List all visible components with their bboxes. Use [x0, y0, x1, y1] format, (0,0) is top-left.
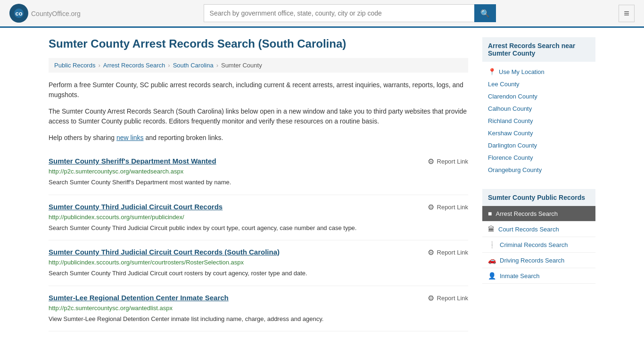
search-bar-area: 🔍 [204, 4, 496, 22]
arrest-records-icon: ■ [488, 210, 492, 217]
county-link[interactable]: Kershaw County [488, 130, 533, 137]
report-link[interactable]: ⚙ Report Link [428, 203, 468, 212]
list-item[interactable]: Florence County [482, 151, 595, 164]
desc3-post: and reporting broken links. [144, 134, 223, 141]
page-title: Sumter County Arrest Records Search (Sou… [49, 37, 468, 50]
logo-suffix: .org [69, 10, 81, 17]
sidebar-nearby-title: Arrest Records Search near Sumter County [482, 37, 595, 62]
result-title-row: Sumter County Third Judicial Circuit Cou… [49, 203, 468, 212]
report-label: Report Link [437, 158, 468, 165]
arrest-records-link[interactable]: Arrest Records Search [495, 210, 558, 217]
report-icon: ⚙ [428, 203, 434, 212]
logo-text: CountyOffice.org [31, 8, 81, 18]
report-link[interactable]: ⚙ Report Link [428, 294, 468, 303]
report-link[interactable]: ⚙ Report Link [428, 248, 468, 257]
result-title-row: Sumter County Third Judicial Circuit Cou… [49, 248, 468, 257]
sidebar-nearby-list: 📍 Use My Location Lee County Clarendon C… [482, 62, 595, 180]
breadcrumb-sep-3: › [216, 62, 218, 69]
content-area: Sumter County Arrest Records Search (Sou… [49, 37, 468, 331]
sidebar-public-records-title: Sumter County Public Records [482, 189, 595, 206]
sidebar-records-list: ■ Arrest Records Search 🏛 Court Records … [482, 206, 595, 284]
new-links-link[interactable]: new links [116, 134, 144, 141]
result-url[interactable]: http://publicindex.sccourts.org/sumter/p… [49, 214, 468, 221]
report-icon: ⚙ [428, 157, 434, 166]
result-title[interactable]: Sumter County Third Judicial Circuit Cou… [49, 203, 223, 211]
result-url[interactable]: http://publicindex.sccourts.org/sumter/c… [49, 259, 468, 266]
county-link[interactable]: Lee County [488, 81, 520, 88]
menu-button[interactable]: ≡ [619, 5, 635, 22]
result-item: Sumter County Third Judicial Circuit Cou… [49, 240, 468, 286]
breadcrumb-sep-2: › [168, 62, 170, 69]
list-item[interactable]: Kershaw County [482, 127, 595, 139]
sidebar-record-item-criminal[interactable]: ❕ Criminal Records Search [482, 237, 595, 253]
description-2: The Sumter County Arrest Records Search … [49, 107, 468, 126]
report-icon: ⚙ [428, 294, 434, 303]
breadcrumb: Public Records › Arrest Records Search ›… [49, 58, 468, 73]
search-input[interactable] [204, 4, 474, 22]
breadcrumb-public-records[interactable]: Public Records [54, 62, 95, 69]
court-records-link[interactable]: Court Records Search [498, 226, 559, 233]
logo-area: co CountyOffice.org [9, 4, 81, 23]
report-link[interactable]: ⚙ Report Link [428, 157, 468, 166]
svg-text:co: co [15, 10, 22, 17]
sidebar-record-item-court[interactable]: 🏛 Court Records Search [482, 222, 595, 237]
report-label: Report Link [437, 249, 468, 256]
court-records-icon: 🏛 [488, 225, 495, 233]
list-item[interactable]: Clarendon County [482, 90, 595, 102]
result-desc: Search Sumter County Third Judicial Circ… [49, 269, 468, 278]
result-title-row: Sumter County Sheriff's Department Most … [49, 157, 468, 166]
breadcrumb-arrest-records[interactable]: Arrest Records Search [103, 62, 165, 69]
result-item: Sumter-Lee Regional Detention Center Inm… [49, 286, 468, 332]
sidebar-record-item-driving[interactable]: 🚗 Driving Records Search [482, 253, 595, 268]
county-link[interactable]: Calhoun County [488, 105, 532, 112]
county-link[interactable]: Florence County [488, 154, 533, 161]
sidebar: Arrest Records Search near Sumter County… [482, 37, 595, 331]
result-item: Sumter County Sheriff's Department Most … [49, 149, 468, 195]
list-item[interactable]: Richland County [482, 115, 595, 127]
result-desc: Search Sumter County Sheriff's Departmen… [49, 178, 468, 187]
location-pin-icon: 📍 [488, 68, 496, 75]
results-list: Sumter County Sheriff's Department Most … [49, 149, 468, 331]
search-button[interactable]: 🔍 [474, 4, 496, 22]
inmate-search-link[interactable]: Inmate Search [500, 272, 540, 280]
criminal-records-link[interactable]: Criminal Records Search [500, 241, 568, 248]
criminal-records-icon: ❕ [488, 241, 496, 248]
county-link[interactable]: Clarendon County [488, 93, 537, 100]
description-3: Help others by sharing new links and rep… [49, 133, 468, 143]
breadcrumb-sumter-county: Sumter County [221, 62, 262, 69]
report-label: Report Link [437, 295, 468, 302]
result-title[interactable]: Sumter County Third Judicial Circuit Cou… [49, 248, 280, 256]
report-icon: ⚙ [428, 248, 434, 257]
sidebar-record-item-arrest[interactable]: ■ Arrest Records Search [482, 206, 595, 222]
logo-icon: co [9, 4, 28, 23]
sidebar-record-item-inmate[interactable]: 👤 Inmate Search [482, 268, 595, 284]
use-location-link[interactable]: Use My Location [499, 68, 545, 75]
county-link[interactable]: Richland County [488, 117, 533, 124]
county-link[interactable]: Darlington County [488, 142, 537, 149]
result-url[interactable]: http://p2c.sumtercountysc.org/wantedlist… [49, 304, 468, 312]
county-link[interactable]: Orangeburg County [488, 166, 542, 173]
use-location-item[interactable]: 📍 Use My Location [482, 66, 595, 78]
driving-records-icon: 🚗 [488, 256, 496, 264]
result-item: Sumter County Third Judicial Circuit Cou… [49, 195, 468, 241]
search-icon: 🔍 [480, 9, 490, 17]
result-title-row: Sumter-Lee Regional Detention Center Inm… [49, 294, 468, 303]
breadcrumb-sep-1: › [98, 62, 100, 69]
list-item[interactable]: Calhoun County [482, 102, 595, 115]
logo-name: CountyOffice [31, 10, 69, 17]
driving-records-link[interactable]: Driving Records Search [500, 257, 564, 264]
result-url[interactable]: http://p2c.sumtercountysc.org/wantedsear… [49, 168, 468, 175]
list-item[interactable]: Darlington County [482, 139, 595, 151]
result-title[interactable]: Sumter-Lee Regional Detention Center Inm… [49, 294, 229, 302]
header: co CountyOffice.org 🔍 ≡ [0, 0, 644, 28]
list-item[interactable]: Orangeburg County [482, 164, 595, 176]
sidebar-public-records: Sumter County Public Records ■ Arrest Re… [482, 189, 595, 284]
description-1: Perform a free Sumter County, SC public … [49, 80, 468, 100]
main-layout: Sumter County Arrest Records Search (Sou… [39, 28, 605, 341]
result-desc: Search Sumter County Third Judicial Circ… [49, 223, 468, 233]
result-title[interactable]: Sumter County Sheriff's Department Most … [49, 157, 216, 165]
list-item[interactable]: Lee County [482, 78, 595, 90]
desc3-pre: Help others by sharing [49, 134, 116, 141]
inmate-search-icon: 👤 [488, 272, 496, 280]
breadcrumb-south-carolina[interactable]: South Carolina [173, 62, 214, 69]
